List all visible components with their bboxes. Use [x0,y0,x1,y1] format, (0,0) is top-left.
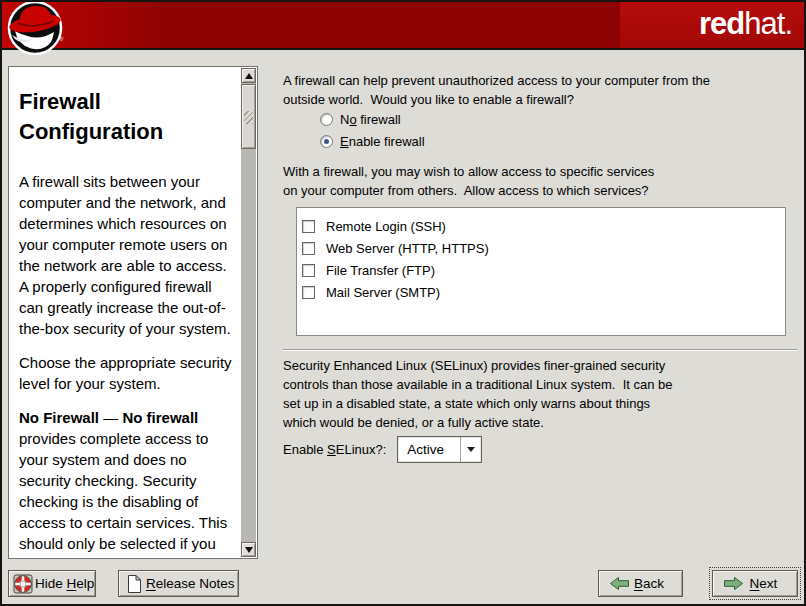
banner: redhat. ® [0,0,806,50]
checkbox[interactable] [302,220,315,233]
release-notes-button[interactable]: Release Notes [118,570,239,597]
hide-help-label: Hide Help [35,576,94,591]
service-label[interactable]: Web Server (HTTP, HTTPS) [326,241,489,256]
term-no-firewall: No Firewall [19,409,99,426]
release-notes-label: Release Notes [146,576,235,591]
back-label: Back [630,576,668,591]
scroll-up-button[interactable] [241,68,256,83]
radio-label[interactable]: Enable firewall [340,134,425,149]
checkbox[interactable] [302,264,315,277]
scroll-down-button[interactable] [241,542,256,557]
hide-help-button[interactable]: Hide Help [8,570,96,597]
svg-text:®: ® [59,36,64,42]
selinux-label: Enable SELinux?: [283,442,386,457]
lifebuoy-icon [13,574,33,594]
chevron-down-icon [467,447,475,452]
service-row-smtp[interactable]: Mail Server (SMTP) [302,281,785,303]
help-text: Firewall Configuration A firewall sits b… [9,67,241,558]
brand-bold: red [699,6,744,41]
triangle-down-icon [245,547,253,553]
section-separator [283,349,797,351]
redhat-wordmark: redhat. [699,3,792,45]
radio-button[interactable] [320,135,333,148]
arrow-left-icon [609,576,630,591]
help-paragraph-3-body: provides complete access to your system … [19,430,227,558]
service-label[interactable]: File Transfer (FTP) [326,263,435,278]
help-title: Firewall Configuration [19,87,224,147]
brand-light: hat. [744,6,792,41]
radio-enable-firewall[interactable]: Enable firewall [320,133,425,149]
help-scrollbar[interactable] [241,68,256,557]
help-panel: Firewall Configuration A firewall sits b… [8,66,258,559]
redhat-shadowman-logo-icon: ® [4,0,66,62]
checkbox[interactable] [302,242,315,255]
triangle-up-icon [245,73,253,79]
help-paragraph-3: No Firewall — No firewall provides compl… [19,407,235,558]
service-row-ftp[interactable]: File Transfer (FTP) [302,259,785,281]
help-paragraph-2: Choose the appropriate security level fo… [19,352,235,394]
document-icon [124,574,144,594]
installer-window: redhat. ® Firewall Configuration A firew… [0,0,806,606]
checkbox[interactable] [302,286,315,299]
service-row-ssh[interactable]: Remote Login (SSH) [302,215,785,237]
main-content: A firewall can help prevent unauthorized… [270,66,802,560]
radio-dot [324,139,329,144]
selinux-selected-value: Active [398,442,460,457]
back-button[interactable]: Back [598,570,683,597]
service-label[interactable]: Remote Login (SSH) [326,219,446,234]
services-question-text: With a firewall, you may wish to allow a… [283,162,799,200]
selinux-info-text: Security Enhanced Linux (SELinux) provid… [283,356,799,432]
service-row-web[interactable]: Web Server (HTTP, HTTPS) [302,237,785,259]
scrollbar-grip [244,111,253,124]
next-button[interactable]: Next [712,570,798,597]
scrollbar-thumb[interactable] [241,84,256,149]
help-paragraph-1: A firewall sits between your computer an… [19,171,235,339]
service-label[interactable]: Mail Server (SMTP) [326,285,440,300]
dropdown-arrow-zone[interactable] [460,437,481,462]
firewall-question-text: A firewall can help prevent unauthorized… [283,71,799,109]
next-label: Next [744,576,783,591]
dash: — [99,409,122,426]
term-no-firewall-2: No firewall [122,409,198,426]
selinux-row: Enable SELinux?: Active [283,436,482,463]
arrow-right-icon [723,576,744,591]
radio-label[interactable]: No firewall [340,112,401,127]
services-list: Remote Login (SSH) Web Server (HTTP, HTT… [296,207,786,336]
radio-button[interactable] [320,113,333,126]
radio-no-firewall[interactable]: No firewall [320,111,401,127]
selinux-dropdown[interactable]: Active [397,436,482,463]
